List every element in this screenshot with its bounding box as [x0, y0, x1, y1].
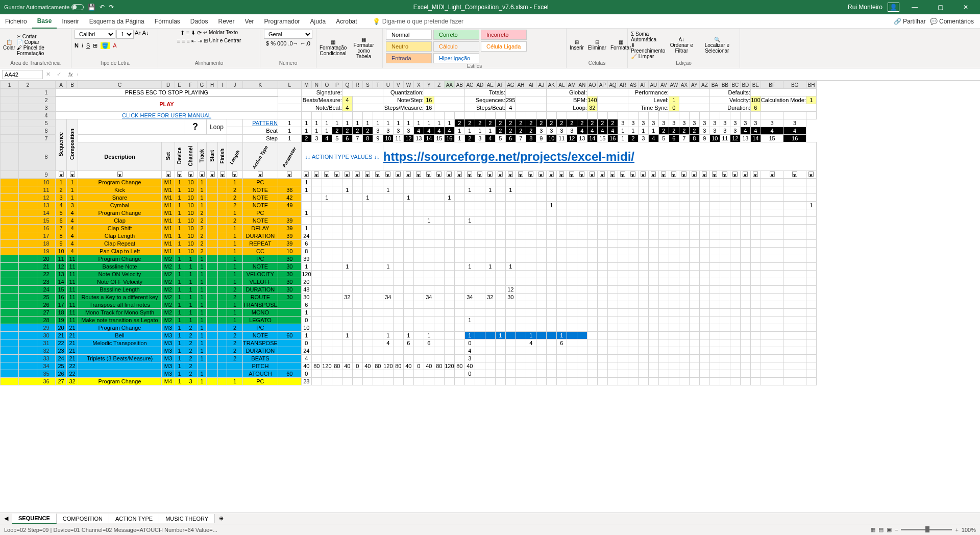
autosum-button[interactable]: Σ Soma Automática [631, 31, 666, 42]
autosave-toggle[interactable]: Guardar Automaticamente [4, 4, 84, 10]
style-incorreto[interactable]: Incorreto [481, 30, 527, 40]
name-box[interactable] [2, 70, 43, 79]
style-correto[interactable]: Correto [433, 30, 479, 40]
dec-dec-icon[interactable]: ←.0 [300, 40, 310, 46]
tab-ficheiro[interactable]: Ficheiro [0, 15, 32, 28]
number-format[interactable]: Geral [264, 30, 312, 39]
zoom-out-icon[interactable]: − [895, 527, 898, 533]
delete-cells-button[interactable]: ⊟Eliminar [588, 39, 606, 51]
tab-inserir[interactable]: Inserir [57, 15, 84, 28]
indent-dec-icon[interactable]: ⇤ [191, 38, 196, 44]
maximize-icon[interactable]: ▢ [930, 0, 950, 14]
tab-nav-first-icon[interactable]: ◀ [0, 515, 12, 522]
copy-button[interactable]: 📄 Copiar [17, 39, 68, 45]
orientation-icon[interactable]: ⟳ [197, 30, 202, 36]
fill-color-button[interactable]: 🪣 [101, 42, 110, 49]
indent-inc-icon[interactable]: ⇥ [198, 38, 202, 44]
percent-icon[interactable]: % [271, 40, 276, 46]
insert-cells-button[interactable]: ⊞Inserir [570, 39, 584, 51]
style-entrada[interactable]: Entrada [386, 53, 432, 63]
font-color-button[interactable]: A [113, 42, 116, 49]
tab-formulas[interactable]: Fórmulas [150, 15, 185, 28]
redo-icon[interactable]: ↷ [109, 4, 114, 11]
formula-bar: ✕ ✓ fx [0, 68, 980, 81]
zoom-value[interactable]: 100% [962, 527, 976, 533]
view-break-icon[interactable]: ▣ [887, 526, 892, 533]
style-neutro[interactable]: Neutro [386, 41, 432, 52]
font-size[interactable]: 11 [116, 30, 134, 39]
italic-button[interactable]: I [82, 42, 83, 49]
user-name[interactable]: Rui Monteiro [848, 4, 883, 11]
tell-me-search[interactable]: 💡Diga-me o que pretende fazer [373, 18, 463, 25]
align-left-icon[interactable]: ≡ [177, 38, 180, 44]
fill-button[interactable]: ⬇ Preenchimento [631, 42, 666, 54]
align-center-icon[interactable]: ≡ [182, 38, 185, 44]
zoom-in-icon[interactable]: + [955, 527, 958, 533]
tab-ajuda[interactable]: Ajuda [305, 15, 331, 28]
underline-button[interactable]: S [86, 42, 90, 49]
tab-acrobat[interactable]: Acrobat [331, 15, 362, 28]
tab-base[interactable]: Base [32, 14, 57, 29]
style-calculo[interactable]: Cálculo [433, 41, 479, 52]
menubar: Ficheiro Base Inserir Esquema da Página … [0, 14, 980, 29]
increase-font-icon[interactable]: A↑ [135, 30, 141, 39]
comma-icon[interactable]: 000 [277, 40, 286, 46]
tab-esquema[interactable]: Esquema da Página [84, 15, 150, 28]
currency-icon[interactable]: $ [266, 40, 269, 46]
format-painter-button[interactable]: 🖌 Pincel de Formatação [17, 45, 68, 56]
bold-button[interactable]: N [75, 42, 79, 49]
view-normal-icon[interactable]: ▦ [870, 526, 875, 533]
sheet-tab-sequence[interactable]: SEQUENCE [12, 514, 57, 524]
new-sheet-icon[interactable]: ⊕ [215, 515, 228, 522]
find-select-button[interactable]: 🔍Localizar e Selecionar [698, 37, 737, 54]
align-top-icon[interactable]: ⬆ [180, 30, 185, 36]
minimize-icon[interactable]: — [904, 0, 925, 14]
merge-button[interactable]: ⊞ Unir e Centrar [204, 38, 241, 44]
sheet-tab-actiontype[interactable]: ACTION TYPE [109, 514, 159, 523]
window-title: Excel_MIDI_Light_Composition_v7.6.xlsm -… [114, 4, 848, 11]
save-icon[interactable]: 💾 [88, 4, 95, 11]
close-icon[interactable]: ✕ [955, 0, 976, 14]
sheet-tab-composition[interactable]: COMPOSITION [57, 514, 109, 523]
clear-button[interactable]: 🧹 Limpar [631, 54, 666, 59]
style-ligada[interactable]: Célula Ligada [481, 41, 527, 52]
wrap-text-button[interactable]: ↩ Moldar Texto [203, 30, 238, 36]
confirm-formula-icon[interactable]: ✓ [54, 71, 64, 78]
style-normal[interactable]: Normal [386, 30, 432, 40]
lightbulb-icon: 💡 [373, 18, 380, 25]
align-bot-icon[interactable]: ⬇ [191, 30, 195, 36]
grid[interactable]: 12ABCDEFGHIJKLMNOPQRSTUVWXYZAAABACADAEAF… [0, 81, 980, 464]
sheet-tab-musictheory[interactable]: MUSIC THEORY [159, 514, 215, 523]
share-button[interactable]: 🔗 Partilhar [894, 18, 926, 25]
ribbon: 📋Colar ✂ Cortar 📄 Copiar 🖌 Pincel de For… [0, 29, 980, 68]
align-right-icon[interactable]: ≡ [186, 38, 189, 44]
format-table-button[interactable]: ▦Formatar comoTabela [348, 37, 379, 59]
cond-format-button[interactable]: ▦FormataçãoCondicional [320, 39, 347, 56]
view-layout-icon[interactable]: ▤ [878, 526, 884, 533]
decrease-font-icon[interactable]: A↓ [142, 30, 149, 39]
statusbar: Loop=02 Step=09 | Device=01 Channel=02 M… [0, 524, 980, 535]
formula-input[interactable] [77, 74, 980, 76]
user-avatar-icon[interactable]: 👤 [888, 3, 899, 12]
sort-filter-button[interactable]: A↓Ordenar e Filtrar [667, 37, 696, 54]
font-name[interactable]: Calibri [75, 30, 115, 39]
status-text: Loop=02 Step=09 | Device=01 Channel=02 M… [4, 527, 217, 533]
tab-rever[interactable]: Rever [213, 15, 240, 28]
sheet-tabs: ◀ SEQUENCE COMPOSITION ACTION TYPE MUSIC… [0, 513, 980, 524]
undo-icon[interactable]: ↶ [100, 4, 105, 11]
border-button[interactable]: ⊞ [93, 42, 97, 49]
comments-button[interactable]: 💬 Comentários [930, 18, 974, 25]
align-mid-icon[interactable]: ≡ [186, 30, 189, 36]
cancel-formula-icon[interactable]: ✕ [43, 71, 54, 78]
fx-icon[interactable]: fx [64, 71, 77, 78]
style-hiper[interactable]: Hiperligação [433, 53, 479, 63]
tab-ver[interactable]: Ver [240, 15, 259, 28]
tab-programador[interactable]: Programador [259, 15, 305, 28]
titlebar: Guardar Automaticamente 💾 ↶ ↷ Excel_MIDI… [0, 0, 980, 14]
zoom-slider[interactable] [901, 529, 952, 530]
paste-button[interactable]: 📋Colar [3, 39, 15, 51]
tab-dados[interactable]: Dados [185, 15, 213, 28]
cut-button[interactable]: ✂ Cortar [17, 34, 68, 39]
dec-inc-icon[interactable]: .0→ [288, 40, 298, 46]
